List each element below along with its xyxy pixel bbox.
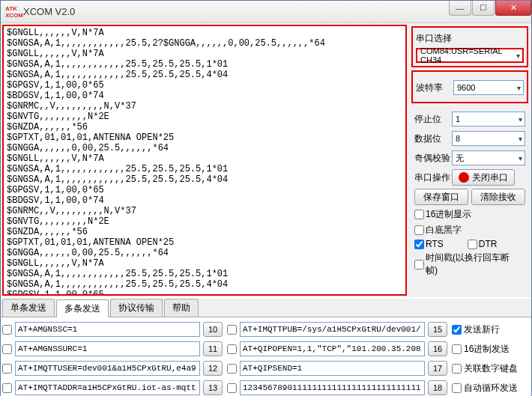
numpad-checkbox[interactable] [452, 364, 462, 374]
app-window: ATK XCOM XCOM V2.0 — ☐ ✕ $GNGLL,,,,,,V,N… [0, 0, 532, 396]
titlebar: ATK XCOM XCOM V2.0 — ☐ ✕ [1, 1, 531, 23]
tab-single-send[interactable]: 单条发送 [2, 299, 55, 317]
databits-label: 数据位 [414, 132, 452, 145]
send-index-button[interactable]: 13 [203, 380, 223, 395]
hex-send-checkbox[interactable] [452, 344, 462, 354]
minimize-button[interactable]: — [449, 1, 471, 16]
send-index-button[interactable]: 18 [428, 380, 447, 395]
send-enable-checkbox[interactable] [227, 364, 237, 374]
stopbits-label: 停止位 [414, 113, 452, 126]
send-enable-checkbox[interactable] [2, 383, 12, 393]
save-window-button[interactable]: 保存窗口 [414, 189, 468, 205]
send-enable-checkbox[interactable] [227, 383, 237, 393]
send-enable-checkbox[interactable] [227, 325, 237, 335]
rts-label: RTS [426, 239, 444, 249]
send-index-button[interactable]: 17 [428, 361, 447, 376]
timestamp-label: 时间戳(以换行回车断帧) [426, 252, 521, 277]
databits-select[interactable]: 8 [452, 131, 525, 146]
maximize-button[interactable]: ☐ [472, 1, 495, 16]
send-enable-checkbox[interactable] [227, 344, 237, 354]
port-group-title: 串口选择 [416, 32, 524, 45]
send-enable-checkbox[interactable] [2, 325, 12, 335]
tab-protocol[interactable]: 协议传输 [110, 299, 163, 317]
newline-checkbox[interactable] [452, 325, 462, 335]
send-input[interactable] [15, 322, 200, 337]
autoloop-checkbox[interactable] [452, 383, 462, 393]
port-op-label: 串口操作 [414, 171, 452, 184]
rts-checkbox[interactable] [414, 240, 424, 249]
tab-help[interactable]: 帮助 [164, 299, 199, 317]
close-button[interactable]: ✕ [495, 1, 531, 16]
parity-label: 奇偶校验 [414, 152, 452, 165]
send-input[interactable] [240, 361, 425, 376]
parity-select[interactable]: 无 [452, 150, 525, 165]
window-title: XCOM V2.0 [23, 6, 448, 17]
autoloop-label: 自动循环发送 [464, 382, 518, 395]
app-icon: ATK XCOM [5, 5, 19, 19]
send-enable-checkbox[interactable] [2, 364, 12, 374]
baud-label: 波特率 [416, 82, 453, 94]
port-select[interactable]: COM84:USR=SERIAL CH34 [416, 48, 524, 63]
send-index-button[interactable]: 12 [203, 361, 223, 376]
stopbits-select[interactable]: 1 [452, 112, 525, 127]
send-input[interactable] [15, 380, 200, 395]
multi-send-panel: 10 15 发送新行 11 16 16进制发送 12 17 关联数字键盘 [1, 317, 531, 396]
terminal-output: $GNGLL,,,,,,V,N*7A $GNGSA,A,1,,,,,,,,,,,… [2, 25, 407, 296]
tabs: 单条发送 多条发送 协议传输 帮助 [1, 299, 531, 317]
send-index-button[interactable]: 15 [428, 322, 447, 337]
hex-display-checkbox[interactable] [414, 210, 424, 219]
tab-multi-send[interactable]: 多条发送 [56, 299, 109, 317]
clear-receive-button[interactable]: 清除接收 [471, 189, 525, 205]
send-input[interactable] [240, 341, 425, 356]
send-input[interactable] [240, 380, 425, 395]
white-black-checkbox[interactable] [414, 225, 424, 235]
timestamp-checkbox[interactable] [414, 260, 424, 269]
baud-select[interactable]: 9600 [453, 80, 524, 95]
white-black-label: 白底黑字 [426, 224, 462, 237]
dtr-checkbox[interactable] [468, 240, 477, 249]
serial-port-group: 串口选择 COM84:USR=SERIAL CH34 [411, 26, 528, 67]
send-input[interactable] [240, 322, 425, 337]
send-enable-checkbox[interactable] [2, 344, 12, 354]
dtr-label: DTR [479, 239, 498, 249]
hex-send-label: 16进制发送 [464, 343, 510, 356]
hex-display-label: 16进制显示 [426, 208, 471, 221]
baud-group: 波特率 9600 [411, 70, 528, 103]
send-input[interactable] [15, 361, 200, 376]
newline-label: 发送新行 [464, 323, 500, 336]
numpad-label: 关联数字键盘 [464, 362, 518, 375]
close-port-button[interactable]: 关闭串口 [452, 169, 515, 186]
send-index-button[interactable]: 10 [203, 322, 223, 337]
send-index-button[interactable]: 11 [203, 341, 223, 356]
send-input[interactable] [15, 341, 200, 356]
send-index-button[interactable]: 16 [428, 341, 447, 356]
